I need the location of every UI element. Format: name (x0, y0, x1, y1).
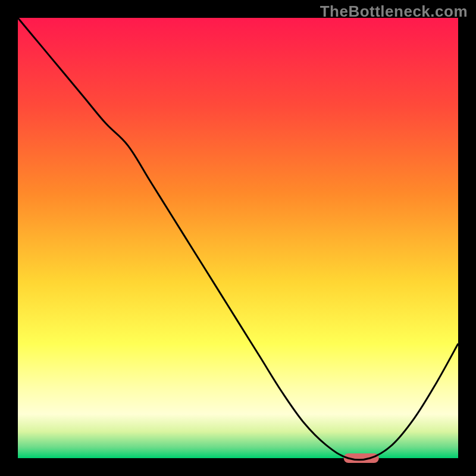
plot-background (18, 18, 458, 458)
bottleneck-chart (0, 0, 476, 476)
chart-frame: TheBottleneck.com (0, 0, 476, 476)
